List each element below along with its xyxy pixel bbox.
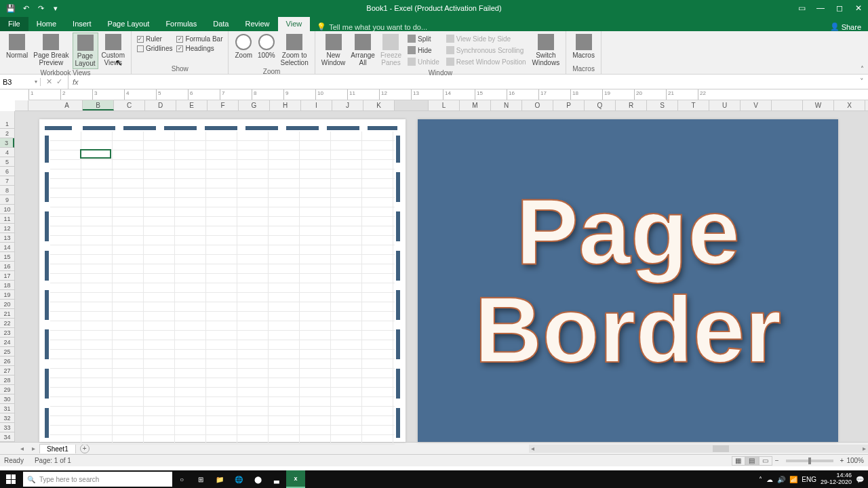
row-header[interactable]: 13	[0, 233, 14, 243]
row-header[interactable]: 28	[0, 375, 14, 385]
page-1[interactable]	[39, 119, 406, 442]
maximize-button[interactable]: ◻	[830, 0, 849, 16]
row-header[interactable]: 21	[0, 309, 14, 319]
page-layout-view-button[interactable]: Page Layout	[73, 33, 98, 69]
zoom-slider[interactable]	[786, 460, 833, 462]
row-header[interactable]: 15	[0, 252, 14, 262]
start-button[interactable]	[0, 470, 22, 488]
row-header[interactable]: 20	[0, 300, 14, 309]
zoom-out-button[interactable]: −	[775, 457, 779, 464]
sheet-nav-next-icon[interactable]: ▸	[28, 445, 39, 452]
taskbar-search[interactable]: 🔍 Type here to search	[23, 472, 172, 487]
page-break-preview-button[interactable]: Page Break Preview	[31, 33, 71, 68]
tray-chevron-icon[interactable]: ˄	[759, 476, 762, 483]
page-break-shortcut-icon[interactable]: ▭	[759, 456, 772, 466]
row-header[interactable]: 34	[0, 432, 14, 442]
tab-file[interactable]: File	[0, 17, 28, 31]
clock[interactable]: 14:46 29-12-2020	[821, 472, 852, 486]
switch-windows-button[interactable]: Switch Windows	[530, 33, 562, 68]
column-header[interactable]: P	[553, 100, 585, 110]
cancel-formula-icon[interactable]: ✕	[46, 77, 52, 86]
freeze-panes-button[interactable]: Freeze Panes	[378, 33, 403, 68]
excel-taskbar-icon[interactable]: x	[286, 470, 305, 488]
column-header[interactable]: K	[363, 100, 395, 110]
sheet-nav-prev-icon[interactable]: ◂	[16, 445, 28, 452]
column-header[interactable]: Q	[585, 100, 616, 110]
row-header[interactable]: 3	[0, 138, 14, 148]
hide-button[interactable]: Hide	[406, 45, 441, 55]
headings-checkbox[interactable]: ✓Headings	[176, 45, 222, 52]
row-header[interactable]: 10	[0, 205, 14, 214]
select-all-corner[interactable]	[15, 100, 28, 110]
wifi-icon[interactable]: 📶	[789, 476, 797, 483]
page-2[interactable]: Page Border	[418, 119, 838, 442]
row-header[interactable]: 16	[0, 262, 14, 271]
row-header[interactable]: 29	[0, 385, 14, 394]
row-header[interactable]: 1	[0, 119, 14, 129]
row-header[interactable]: 12	[0, 224, 14, 233]
task-view-icon[interactable]: ⊞	[191, 470, 210, 488]
row-header[interactable]: 25	[0, 347, 14, 357]
qat-customize-icon[interactable]: ▾	[50, 3, 61, 14]
column-header[interactable]: D	[145, 100, 176, 110]
column-header[interactable]: W	[803, 100, 834, 110]
zoom-in-button[interactable]: +	[840, 457, 844, 464]
column-header[interactable]: E	[176, 100, 208, 110]
column-header[interactable]: L	[429, 100, 460, 110]
file-explorer-icon[interactable]: 📁	[210, 470, 229, 488]
column-header[interactable]: O	[522, 100, 553, 110]
chrome-icon[interactable]: 🌐	[229, 470, 248, 488]
zoom-100-button[interactable]: 100%	[256, 33, 277, 60]
column-header[interactable]: C	[114, 100, 145, 110]
column-header[interactable]: G	[239, 100, 270, 110]
save-icon[interactable]: 💾	[5, 3, 16, 14]
row-header[interactable]: 14	[0, 243, 14, 252]
formula-bar-checkbox[interactable]: ✓Formula Bar	[176, 35, 222, 43]
enter-formula-icon[interactable]: ✓	[56, 77, 62, 86]
page-layout-shortcut-icon[interactable]: ▤	[745, 456, 759, 466]
collapse-ribbon-icon[interactable]: ˄	[861, 65, 864, 73]
expand-formula-bar-icon[interactable]: ˅	[856, 77, 868, 86]
row-header[interactable]: 23	[0, 328, 14, 338]
ribbon-display-icon[interactable]: ▭	[792, 0, 811, 16]
normal-shortcut-icon[interactable]: ▦	[732, 456, 745, 466]
app-icon[interactable]: ▃	[267, 470, 286, 488]
row-header[interactable]: 26	[0, 357, 14, 366]
tab-home[interactable]: Home	[28, 17, 64, 31]
column-header[interactable]: H	[270, 100, 301, 110]
row-header[interactable]: 22	[0, 319, 14, 328]
row-header[interactable]: 18	[0, 281, 14, 290]
column-header[interactable]	[772, 100, 803, 110]
cortana-icon[interactable]: ○	[172, 470, 191, 488]
tab-page-layout[interactable]: Page Layout	[100, 17, 158, 31]
column-header[interactable]: N	[491, 100, 522, 110]
tab-data[interactable]: Data	[205, 17, 237, 31]
share-button[interactable]: 👤 Share	[823, 22, 868, 31]
tab-view[interactable]: View	[278, 17, 311, 31]
column-header[interactable]: F	[208, 100, 239, 110]
row-header[interactable]: 31	[0, 404, 14, 413]
new-sheet-button[interactable]: +	[80, 444, 90, 453]
gridlines-checkbox[interactable]: Gridlines	[137, 45, 172, 52]
language-indicator[interactable]: ENG	[802, 476, 816, 483]
close-button[interactable]: ✕	[849, 0, 868, 16]
row-header[interactable]: 11	[0, 214, 14, 224]
column-header[interactable]: I	[301, 100, 332, 110]
row-header[interactable]: 33	[0, 423, 14, 432]
row-header[interactable]: 24	[0, 338, 14, 347]
column-header[interactable]: J	[332, 100, 363, 110]
row-header[interactable]: 6	[0, 167, 14, 176]
row-header[interactable]: 27	[0, 366, 14, 375]
row-header[interactable]: 17	[0, 271, 14, 281]
page-layout-canvas[interactable]: Page Border	[15, 111, 868, 442]
row-header[interactable]: 8	[0, 186, 14, 195]
obs-icon[interactable]: ⬤	[248, 470, 267, 488]
normal-view-button[interactable]: Normal	[4, 33, 30, 60]
ruler-checkbox[interactable]: ✓Ruler	[137, 35, 172, 43]
row-header[interactable]: 2	[0, 129, 14, 138]
arrange-all-button[interactable]: Arrange All	[349, 33, 377, 68]
macros-button[interactable]: Macros	[570, 33, 597, 60]
column-header[interactable]: A	[52, 100, 83, 110]
row-header[interactable]: 9	[0, 195, 14, 205]
column-header[interactable]: T	[678, 100, 709, 110]
